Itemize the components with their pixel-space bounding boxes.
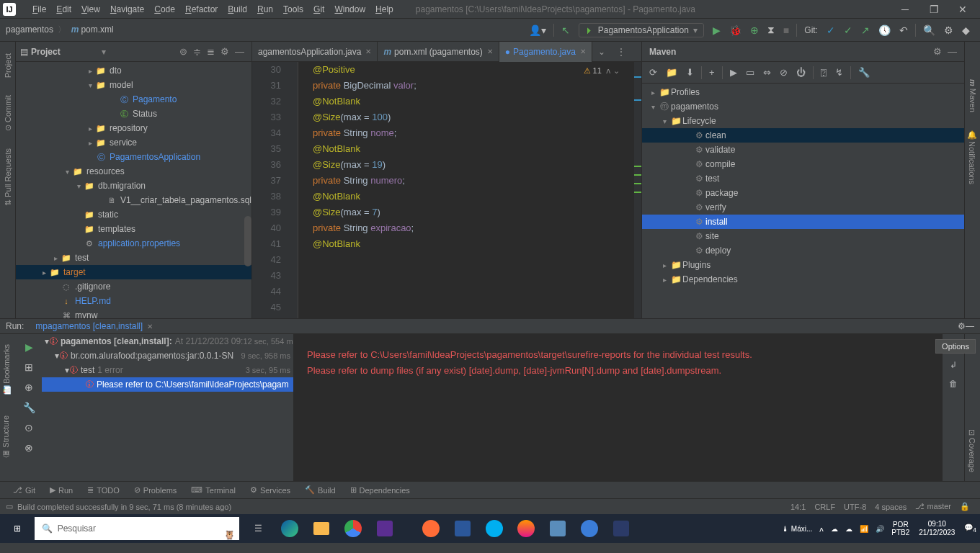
- maven-item[interactable]: ▾ⓜpagamentos: [642, 99, 964, 114]
- maven-item[interactable]: ⚙site: [642, 229, 964, 243]
- pin-icon[interactable]: ⊙: [24, 418, 33, 438]
- menu-navigate[interactable]: Navigate: [105, 4, 149, 14]
- maven-settings-icon[interactable]: 🔧: [854, 67, 874, 78]
- wifi-icon[interactable]: 📶: [856, 525, 872, 533]
- git-commit-icon[interactable]: ✓: [839, 24, 857, 36]
- coverage-tab[interactable]: ⊡ Coverage: [966, 421, 979, 481]
- maven-item[interactable]: ⚙package: [642, 186, 964, 200]
- maven-item[interactable]: ⚙verify: [642, 200, 964, 215]
- explorer-icon[interactable]: [306, 514, 337, 543]
- run-settings-icon[interactable]: ⚙: [958, 321, 966, 331]
- close-icon[interactable]: ⊗: [24, 438, 33, 458]
- maven-item[interactable]: ▸📁Plugins: [642, 258, 964, 272]
- run-tree-item[interactable]: ▾🛈pagamentos [clean,install]:At 21/12/20…: [42, 334, 293, 349]
- bottom-todo[interactable]: ≣TODO: [80, 485, 127, 495]
- bottom-problems[interactable]: ⊘Problems: [127, 485, 184, 495]
- git-rollback-icon[interactable]: ↶: [895, 24, 912, 36]
- bottom-terminal[interactable]: ⌨Terminal: [184, 485, 243, 495]
- run-tree[interactable]: ▾🛈pagamentos [clean,install]:At 21/12/20…: [42, 334, 294, 481]
- indent[interactable]: 4 spaces: [870, 503, 911, 511]
- tree-item[interactable]: ⒸPagamentosApplication: [16, 150, 251, 164]
- prev-icon[interactable]: ↖: [557, 24, 574, 36]
- word-icon[interactable]: [447, 514, 478, 543]
- tree-item[interactable]: ↓HELP.md: [16, 294, 251, 308]
- maven-tab[interactable]: m Maven: [967, 71, 979, 121]
- settings-icon[interactable]: ⚙: [218, 46, 232, 57]
- tree-item[interactable]: ⒺStatus: [16, 107, 251, 121]
- bottom-run[interactable]: ▶Run: [43, 485, 80, 495]
- maven-item[interactable]: ⚙test: [642, 171, 964, 186]
- breadcrumb[interactable]: pagamentos 〉 mpom.xml: [6, 24, 114, 36]
- app-icon-3[interactable]: [605, 514, 637, 543]
- code-area[interactable]: 30313233343536373839404142434445 @Positi…: [252, 62, 641, 318]
- tree-item[interactable]: ▸📁target: [16, 265, 251, 279]
- tree-item[interactable]: ◌.gitignore: [16, 279, 251, 294]
- menu-file[interactable]: File: [27, 4, 51, 14]
- editor-tab[interactable]: mpom.xml (pagamentos)✕: [378, 42, 499, 62]
- bookmarks-tab[interactable]: 📑 Bookmarks: [0, 334, 12, 405]
- fold-gutter[interactable]: [287, 62, 298, 318]
- commit-tab[interactable]: ⊙ Commit: [1, 86, 14, 140]
- scrollbar[interactable]: [244, 216, 251, 266]
- clock[interactable]: 09:1021/12/2023: [913, 520, 961, 537]
- code-body[interactable]: @Positiveprivate BigDecimal valor;@NotBl…: [298, 62, 634, 318]
- lock-icon[interactable]: 🔒: [956, 502, 974, 511]
- maven-item[interactable]: ▸📁Profiles: [642, 85, 964, 99]
- coverage-button[interactable]: ⊕: [746, 24, 763, 36]
- menu-code[interactable]: Code: [149, 4, 180, 14]
- menu-tools[interactable]: Tools: [278, 4, 308, 14]
- skype-icon[interactable]: [478, 514, 510, 543]
- settings-icon[interactable]: ⚙: [940, 24, 958, 36]
- git-push-icon[interactable]: ↗: [857, 24, 874, 36]
- run-hide-icon[interactable]: —: [966, 321, 974, 331]
- wrap-icon[interactable]: ↲: [950, 356, 957, 374]
- encoding[interactable]: UTF-8: [839, 503, 870, 511]
- breadcrumb-root[interactable]: pagamentos: [6, 24, 53, 35]
- menu-run[interactable]: Run: [252, 4, 278, 14]
- tree-item[interactable]: 📁static: [16, 207, 251, 222]
- line-separator[interactable]: CRLF: [810, 503, 839, 511]
- inspection-widget[interactable]: ⚠ 11 ʌ ⌄: [584, 66, 620, 76]
- maven-item[interactable]: ⚙compile: [642, 157, 964, 171]
- menu-build[interactable]: Build: [223, 4, 252, 14]
- status-icon[interactable]: ▭: [6, 502, 13, 511]
- maven-item[interactable]: ⚙clean: [642, 128, 964, 143]
- maven-settings-icon[interactable]: ⚙: [930, 46, 945, 57]
- tree-item[interactable]: ▸📁dto: [16, 63, 251, 78]
- maven-item[interactable]: ⚙validate: [642, 143, 964, 157]
- configure-icon[interactable]: ⊞: [24, 357, 33, 377]
- filter-icon[interactable]: 🔧: [23, 397, 35, 418]
- tree-item[interactable]: ▸📁service: [16, 135, 251, 150]
- bottom-git[interactable]: ⎇Git: [6, 485, 43, 495]
- maven-item[interactable]: ⚙install: [642, 215, 964, 229]
- bottom-build[interactable]: 🔨Build: [298, 485, 342, 495]
- menu-help[interactable]: Help: [370, 4, 398, 14]
- stack-icon[interactable]: ⊕: [24, 377, 33, 397]
- offline-icon[interactable]: ⏻: [792, 67, 810, 78]
- download-icon[interactable]: ⬇: [682, 67, 698, 78]
- caret-position[interactable]: 14:1: [786, 503, 810, 511]
- project-tab[interactable]: Project: [2, 45, 14, 86]
- minimize-button[interactable]: ─: [891, 0, 919, 19]
- rerun-icon[interactable]: ▶: [25, 337, 33, 357]
- menu-refactor[interactable]: Refactor: [180, 4, 223, 14]
- tab-more-icon[interactable]: ⋮: [611, 47, 631, 57]
- error-stripe[interactable]: [634, 62, 641, 318]
- trash-icon[interactable]: 🗑: [949, 374, 958, 393]
- structure-tab[interactable]: 🏛 Structure: [0, 405, 12, 468]
- run-config-selector[interactable]: ⏵ PagamentosApplication ▾: [579, 23, 704, 37]
- language-indicator[interactable]: PORPTB2: [888, 521, 913, 536]
- add-icon[interactable]: +: [705, 67, 719, 78]
- intellij-icon[interactable]: [369, 514, 401, 543]
- editor-tab[interactable]: agamentosApplication.java✕: [252, 42, 378, 62]
- close-run-icon[interactable]: ✕: [143, 323, 153, 331]
- task-view-icon[interactable]: ☰: [242, 514, 274, 543]
- tree-item[interactable]: ▾📁model: [16, 78, 251, 92]
- user-icon[interactable]: 👤▾: [525, 24, 551, 36]
- run-output[interactable]: Please refer to C:\Users\famil\IdeaProje…: [294, 334, 943, 481]
- run-button[interactable]: ▶: [708, 24, 725, 36]
- pull-requests-tab[interactable]: ⇅ Pull Requests: [1, 140, 14, 215]
- search-icon[interactable]: 🔍: [919, 24, 940, 36]
- menu-window[interactable]: Window: [329, 4, 370, 14]
- run-tree-item[interactable]: ▾🛈test1 error3 sec, 95 ms: [42, 363, 293, 377]
